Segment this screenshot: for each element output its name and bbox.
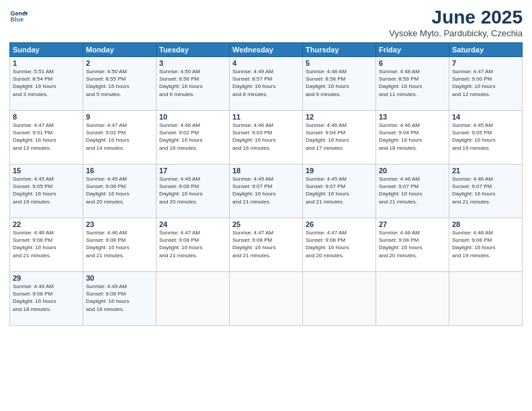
day-cell: 16 Sunrise: 4:45 AMSunset: 9:06 PMDaylig… [83,165,157,218]
day-number: 5 [306,59,373,67]
day-number: 16 [86,167,153,175]
day-cell: 28 Sunrise: 4:48 AMSunset: 9:08 PMDaylig… [449,218,523,272]
day-info: Sunrise: 4:47 AMSunset: 9:02 PMDaylight:… [86,122,153,152]
svg-text:Blue: Blue [10,16,24,23]
day-number: 6 [379,59,446,67]
day-number: 29 [13,274,80,282]
day-number: 23 [86,220,153,228]
logo: General Blue [9,7,28,26]
day-cell [303,272,376,326]
day-info: Sunrise: 4:48 AMSunset: 8:58 PMDaylight:… [306,68,373,98]
day-cell [157,272,230,326]
day-info: Sunrise: 4:47 AMSunset: 9:01 PMDaylight:… [13,122,80,152]
day-info: Sunrise: 4:49 AMSunset: 9:08 PMDaylight:… [13,283,80,313]
logo-icon: General Blue [9,7,28,26]
day-number: 2 [86,59,153,67]
day-info: Sunrise: 4:46 AMSunset: 9:08 PMDaylight:… [86,229,153,259]
day-cell [230,272,303,326]
weekday-header-wednesday: Wednesday [230,43,303,57]
week-row-4: 22 Sunrise: 4:46 AMSunset: 9:08 PMDaylig… [10,218,523,272]
page: General Blue June 2025 Vysoke Myto, Pard… [0,0,532,411]
weekday-header-tuesday: Tuesday [157,43,230,57]
location: Vysoke Myto, Pardubicky, Czechia [389,28,523,38]
week-row-1: 1 Sunrise: 5:51 AMSunset: 8:54 PMDayligh… [10,57,523,111]
day-info: Sunrise: 4:48 AMSunset: 9:08 PMDaylight:… [379,229,446,259]
day-number: 3 [159,59,226,67]
day-number: 9 [86,113,153,121]
header: General Blue June 2025 Vysoke Myto, Pard… [9,7,523,38]
day-cell: 4 Sunrise: 4:49 AMSunset: 8:57 PMDayligh… [230,57,303,111]
day-info: Sunrise: 4:46 AMSunset: 9:07 PMDaylight:… [379,175,446,205]
weekday-header-friday: Friday [376,43,449,57]
day-number: 24 [159,220,226,228]
day-info: Sunrise: 4:48 AMSunset: 8:59 PMDaylight:… [379,68,446,98]
day-cell: 25 Sunrise: 4:47 AMSunset: 9:08 PMDaylig… [230,218,303,272]
day-cell: 22 Sunrise: 4:46 AMSunset: 9:08 PMDaylig… [10,218,83,272]
weekday-header-saturday: Saturday [449,43,523,57]
weekday-header-sunday: Sunday [10,43,83,57]
day-number: 19 [306,167,373,175]
day-cell [376,272,449,326]
weekday-header-monday: Monday [83,43,157,57]
weekday-header-thursday: Thursday [303,43,376,57]
day-cell: 2 Sunrise: 4:50 AMSunset: 8:55 PMDayligh… [83,57,157,111]
day-info: Sunrise: 4:49 AMSunset: 8:57 PMDaylight:… [232,68,300,98]
day-cell: 7 Sunrise: 4:47 AMSunset: 9:00 PMDayligh… [449,57,523,111]
day-info: Sunrise: 4:47 AMSunset: 9:08 PMDaylight:… [306,229,373,259]
day-number: 7 [452,59,519,67]
day-cell: 24 Sunrise: 4:47 AMSunset: 9:08 PMDaylig… [157,218,230,272]
title-block: June 2025 Vysoke Myto, Pardubicky, Czech… [389,7,523,38]
day-info: Sunrise: 4:45 AMSunset: 9:07 PMDaylight:… [306,175,373,205]
day-number: 15 [13,167,80,175]
week-row-3: 15 Sunrise: 4:45 AMSunset: 9:05 PMDaylig… [10,165,523,218]
day-cell: 19 Sunrise: 4:45 AMSunset: 9:07 PMDaylig… [303,165,376,218]
day-info: Sunrise: 5:51 AMSunset: 8:54 PMDaylight:… [13,68,80,98]
day-number: 1 [13,59,80,67]
day-info: Sunrise: 4:46 AMSunset: 9:04 PMDaylight:… [306,122,373,152]
day-cell: 14 Sunrise: 4:45 AMSunset: 9:05 PMDaylig… [449,111,523,165]
day-cell: 17 Sunrise: 4:45 AMSunset: 9:06 PMDaylig… [157,165,230,218]
day-number: 26 [306,220,373,228]
day-number: 21 [452,167,519,175]
day-info: Sunrise: 4:46 AMSunset: 9:04 PMDaylight:… [379,122,446,152]
day-number: 30 [86,274,153,282]
day-number: 18 [232,167,300,175]
day-number: 20 [379,167,446,175]
day-number: 27 [379,220,446,228]
day-info: Sunrise: 4:46 AMSunset: 9:03 PMDaylight:… [232,122,300,152]
week-row-5: 29 Sunrise: 4:49 AMSunset: 9:08 PMDaylig… [10,272,523,326]
month-title: June 2025 [389,7,523,28]
day-info: Sunrise: 4:50 AMSunset: 8:56 PMDaylight:… [159,68,226,98]
day-number: 10 [159,113,226,121]
day-number: 4 [232,59,300,67]
day-cell: 13 Sunrise: 4:46 AMSunset: 9:04 PMDaylig… [376,111,449,165]
day-cell: 5 Sunrise: 4:48 AMSunset: 8:58 PMDayligh… [303,57,376,111]
day-cell: 21 Sunrise: 4:46 AMSunset: 9:07 PMDaylig… [449,165,523,218]
day-info: Sunrise: 4:46 AMSunset: 9:02 PMDaylight:… [159,122,226,152]
day-cell: 10 Sunrise: 4:46 AMSunset: 9:02 PMDaylig… [157,111,230,165]
day-info: Sunrise: 4:46 AMSunset: 9:08 PMDaylight:… [13,229,80,259]
day-number: 13 [379,113,446,121]
day-info: Sunrise: 4:50 AMSunset: 8:55 PMDaylight:… [86,68,153,98]
day-cell: 15 Sunrise: 4:45 AMSunset: 9:05 PMDaylig… [10,165,83,218]
day-number: 17 [159,167,226,175]
day-cell: 8 Sunrise: 4:47 AMSunset: 9:01 PMDayligh… [10,111,83,165]
day-info: Sunrise: 4:47 AMSunset: 9:08 PMDaylight:… [159,229,226,259]
day-info: Sunrise: 4:46 AMSunset: 9:07 PMDaylight:… [452,175,519,205]
day-info: Sunrise: 4:45 AMSunset: 9:06 PMDaylight:… [159,175,226,205]
day-info: Sunrise: 4:47 AMSunset: 9:00 PMDaylight:… [452,68,519,98]
day-cell: 26 Sunrise: 4:47 AMSunset: 9:08 PMDaylig… [303,218,376,272]
day-cell [449,272,523,326]
day-info: Sunrise: 4:49 AMSunset: 9:08 PMDaylight:… [86,283,153,313]
day-cell: 30 Sunrise: 4:49 AMSunset: 9:08 PMDaylig… [83,272,157,326]
day-cell: 11 Sunrise: 4:46 AMSunset: 9:03 PMDaylig… [230,111,303,165]
day-cell: 1 Sunrise: 5:51 AMSunset: 8:54 PMDayligh… [10,57,83,111]
day-info: Sunrise: 4:48 AMSunset: 9:08 PMDaylight:… [452,229,519,259]
day-cell: 23 Sunrise: 4:46 AMSunset: 9:08 PMDaylig… [83,218,157,272]
day-cell: 6 Sunrise: 4:48 AMSunset: 8:59 PMDayligh… [376,57,449,111]
day-cell: 12 Sunrise: 4:46 AMSunset: 9:04 PMDaylig… [303,111,376,165]
day-cell: 3 Sunrise: 4:50 AMSunset: 8:56 PMDayligh… [157,57,230,111]
day-number: 22 [13,220,80,228]
day-cell: 9 Sunrise: 4:47 AMSunset: 9:02 PMDayligh… [83,111,157,165]
day-info: Sunrise: 4:45 AMSunset: 9:07 PMDaylight:… [232,175,300,205]
